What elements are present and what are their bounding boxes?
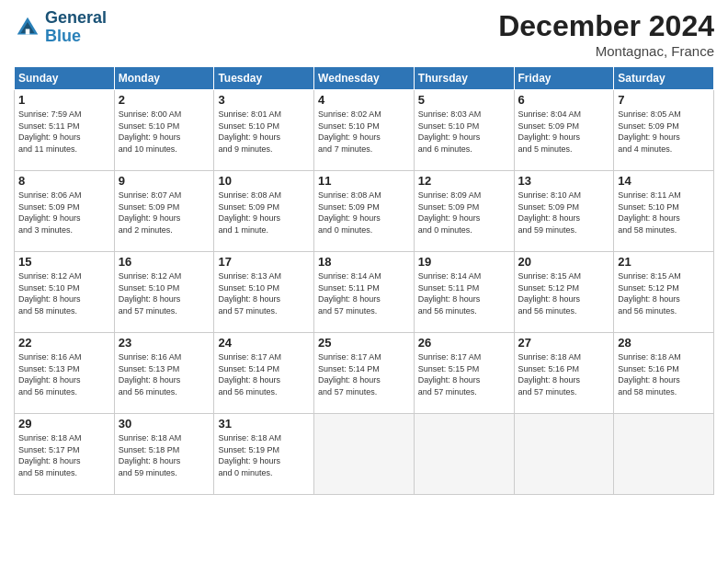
month-title: December 2024	[498, 9, 714, 43]
header-row: Sunday Monday Tuesday Wednesday Thursday…	[15, 67, 714, 90]
calendar-day: 28Sunrise: 8:18 AM Sunset: 5:16 PM Dayli…	[614, 333, 714, 414]
calendar-day: 10Sunrise: 8:08 AM Sunset: 5:09 PM Dayli…	[214, 171, 314, 252]
calendar-day: 25Sunrise: 8:17 AM Sunset: 5:14 PM Dayli…	[314, 333, 415, 414]
calendar-day: 24Sunrise: 8:17 AM Sunset: 5:14 PM Dayli…	[214, 333, 314, 414]
calendar-table: Sunday Monday Tuesday Wednesday Thursday…	[14, 66, 714, 495]
calendar-day: 14Sunrise: 8:11 AM Sunset: 5:10 PM Dayli…	[614, 171, 714, 252]
day-number: 7	[618, 93, 710, 107]
calendar-week-5: 29Sunrise: 8:18 AM Sunset: 5:17 PM Dayli…	[15, 414, 714, 495]
day-number: 11	[318, 174, 410, 188]
day-number: 22	[18, 336, 110, 350]
day-number: 27	[518, 336, 610, 350]
calendar-day: 3Sunrise: 8:01 AM Sunset: 5:10 PM Daylig…	[214, 90, 314, 171]
day-number: 30	[119, 417, 210, 431]
day-info: Sunrise: 8:08 AM Sunset: 5:09 PM Dayligh…	[318, 190, 410, 236]
day-info: Sunrise: 8:11 AM Sunset: 5:10 PM Dayligh…	[618, 190, 710, 236]
calendar-day: 26Sunrise: 8:17 AM Sunset: 5:15 PM Dayli…	[414, 333, 514, 414]
day-info: Sunrise: 8:10 AM Sunset: 5:09 PM Dayligh…	[518, 190, 610, 236]
calendar-day: 21Sunrise: 8:15 AM Sunset: 5:12 PM Dayli…	[614, 252, 714, 333]
day-info: Sunrise: 8:18 AM Sunset: 5:16 PM Dayligh…	[518, 351, 610, 397]
calendar-day	[614, 414, 714, 495]
calendar-day: 11Sunrise: 8:08 AM Sunset: 5:09 PM Dayli…	[314, 171, 415, 252]
calendar-day: 29Sunrise: 8:18 AM Sunset: 5:17 PM Dayli…	[15, 414, 115, 495]
day-info: Sunrise: 8:15 AM Sunset: 5:12 PM Dayligh…	[518, 270, 610, 316]
day-info: Sunrise: 8:01 AM Sunset: 5:10 PM Dayligh…	[218, 109, 310, 155]
day-info: Sunrise: 8:14 AM Sunset: 5:11 PM Dayligh…	[318, 270, 410, 316]
day-info: Sunrise: 8:17 AM Sunset: 5:14 PM Dayligh…	[318, 351, 410, 397]
day-number: 24	[218, 336, 310, 350]
day-number: 1	[18, 93, 110, 107]
calendar-day: 19Sunrise: 8:14 AM Sunset: 5:11 PM Dayli…	[414, 252, 514, 333]
day-number: 20	[518, 255, 610, 269]
calendar-day: 5Sunrise: 8:03 AM Sunset: 5:10 PM Daylig…	[414, 90, 514, 171]
header: General Blue December 2024 Montagnac, Fr…	[14, 9, 714, 59]
calendar-week-4: 22Sunrise: 8:16 AM Sunset: 5:13 PM Dayli…	[15, 333, 714, 414]
day-info: Sunrise: 8:00 AM Sunset: 5:10 PM Dayligh…	[119, 109, 210, 155]
logo-line2: Blue	[45, 28, 107, 46]
svg-rect-2	[26, 29, 30, 34]
calendar-day: 22Sunrise: 8:16 AM Sunset: 5:13 PM Dayli…	[15, 333, 115, 414]
day-info: Sunrise: 8:17 AM Sunset: 5:15 PM Dayligh…	[418, 351, 510, 397]
calendar-day: 16Sunrise: 8:12 AM Sunset: 5:10 PM Dayli…	[114, 252, 214, 333]
day-info: Sunrise: 7:59 AM Sunset: 5:11 PM Dayligh…	[18, 109, 110, 155]
col-wednesday: Wednesday	[314, 67, 415, 90]
day-number: 14	[618, 174, 710, 188]
day-info: Sunrise: 8:07 AM Sunset: 5:09 PM Dayligh…	[119, 190, 210, 236]
day-number: 6	[518, 93, 610, 107]
day-number: 23	[119, 336, 210, 350]
day-info: Sunrise: 8:08 AM Sunset: 5:09 PM Dayligh…	[218, 190, 310, 236]
day-number: 4	[318, 93, 410, 107]
calendar-day: 27Sunrise: 8:18 AM Sunset: 5:16 PM Dayli…	[514, 333, 614, 414]
day-info: Sunrise: 8:02 AM Sunset: 5:10 PM Dayligh…	[318, 109, 410, 155]
title-block: December 2024 Montagnac, France	[498, 9, 714, 59]
day-number: 26	[418, 336, 510, 350]
day-number: 12	[418, 174, 510, 188]
day-number: 5	[418, 93, 510, 107]
calendar-day: 8Sunrise: 8:06 AM Sunset: 5:09 PM Daylig…	[15, 171, 115, 252]
calendar-day	[514, 414, 614, 495]
day-number: 28	[618, 336, 710, 350]
calendar-day: 7Sunrise: 8:05 AM Sunset: 5:09 PM Daylig…	[614, 90, 714, 171]
day-info: Sunrise: 8:04 AM Sunset: 5:09 PM Dayligh…	[518, 109, 610, 155]
day-number: 25	[318, 336, 410, 350]
day-info: Sunrise: 8:12 AM Sunset: 5:10 PM Dayligh…	[18, 270, 110, 316]
day-info: Sunrise: 8:15 AM Sunset: 5:12 PM Dayligh…	[618, 270, 710, 316]
col-saturday: Saturday	[614, 67, 714, 90]
day-number: 16	[119, 255, 210, 269]
day-info: Sunrise: 8:18 AM Sunset: 5:16 PM Dayligh…	[618, 351, 710, 397]
day-info: Sunrise: 8:14 AM Sunset: 5:11 PM Dayligh…	[418, 270, 510, 316]
calendar-day: 18Sunrise: 8:14 AM Sunset: 5:11 PM Dayli…	[314, 252, 415, 333]
day-info: Sunrise: 8:12 AM Sunset: 5:10 PM Dayligh…	[119, 270, 210, 316]
day-number: 21	[618, 255, 710, 269]
day-number: 17	[218, 255, 310, 269]
day-number: 10	[218, 174, 310, 188]
day-number: 8	[18, 174, 110, 188]
calendar-day: 30Sunrise: 8:18 AM Sunset: 5:18 PM Dayli…	[114, 414, 214, 495]
page-container: General Blue December 2024 Montagnac, Fr…	[0, 0, 728, 563]
logo: General Blue	[14, 9, 107, 46]
day-info: Sunrise: 8:18 AM Sunset: 5:18 PM Dayligh…	[119, 432, 210, 478]
calendar-day	[314, 414, 415, 495]
day-number: 9	[119, 174, 210, 188]
day-info: Sunrise: 8:06 AM Sunset: 5:09 PM Dayligh…	[18, 190, 110, 236]
calendar-day: 6Sunrise: 8:04 AM Sunset: 5:09 PM Daylig…	[514, 90, 614, 171]
day-number: 18	[318, 255, 410, 269]
day-info: Sunrise: 8:18 AM Sunset: 5:19 PM Dayligh…	[218, 432, 310, 478]
col-sunday: Sunday	[15, 67, 115, 90]
day-number: 13	[518, 174, 610, 188]
day-number: 19	[418, 255, 510, 269]
col-thursday: Thursday	[414, 67, 514, 90]
day-info: Sunrise: 8:16 AM Sunset: 5:13 PM Dayligh…	[18, 351, 110, 397]
calendar-day: 4Sunrise: 8:02 AM Sunset: 5:10 PM Daylig…	[314, 90, 415, 171]
logo-line1: General	[45, 9, 107, 28]
day-number: 15	[18, 255, 110, 269]
day-info: Sunrise: 8:17 AM Sunset: 5:14 PM Dayligh…	[218, 351, 310, 397]
calendar-day: 31Sunrise: 8:18 AM Sunset: 5:19 PM Dayli…	[214, 414, 314, 495]
calendar-week-2: 8Sunrise: 8:06 AM Sunset: 5:09 PM Daylig…	[15, 171, 714, 252]
calendar-day: 13Sunrise: 8:10 AM Sunset: 5:09 PM Dayli…	[514, 171, 614, 252]
day-number: 3	[218, 93, 310, 107]
day-info: Sunrise: 8:09 AM Sunset: 5:09 PM Dayligh…	[418, 190, 510, 236]
calendar-day: 15Sunrise: 8:12 AM Sunset: 5:10 PM Dayli…	[15, 252, 115, 333]
calendar-day: 20Sunrise: 8:15 AM Sunset: 5:12 PM Dayli…	[514, 252, 614, 333]
col-monday: Monday	[114, 67, 214, 90]
